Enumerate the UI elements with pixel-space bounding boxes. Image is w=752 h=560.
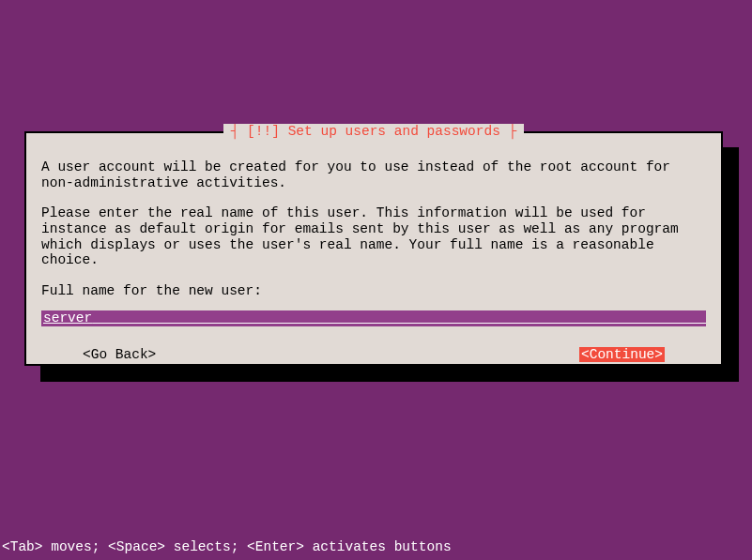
- dialog-title-wrap: ┤ [!!] Set up users and passwords ├: [26, 124, 721, 139]
- input-underline: ________________________________________…: [92, 310, 706, 325]
- title-prefix: ┤: [231, 124, 247, 139]
- title-text: Set up users and passwords: [288, 124, 500, 139]
- dialog-content: A user account will be created for you t…: [26, 133, 721, 362]
- title-marker: [!!]: [247, 124, 280, 139]
- intro-text-1: A user account will be created for you t…: [41, 159, 706, 190]
- setup-dialog: ┤ [!!] Set up users and passwords ├ A us…: [24, 131, 723, 366]
- go-back-button[interactable]: <Go Back>: [83, 347, 156, 363]
- continue-button[interactable]: <Continue>: [579, 347, 665, 363]
- button-row: <Go Back> <Continue>: [41, 347, 706, 363]
- title-suffix: ├: [500, 124, 516, 139]
- intro-text-2: Please enter the real name of this user.…: [41, 205, 706, 268]
- status-bar: <Tab> moves; <Space> selects; <Enter> ac…: [0, 539, 452, 554]
- fullname-input[interactable]: server__________________________________…: [41, 310, 706, 326]
- dialog-title: ┤ [!!] Set up users and passwords ├: [223, 124, 525, 139]
- fullname-prompt: Full name for the new user:: [41, 283, 706, 299]
- fullname-input-value: server: [43, 310, 92, 325]
